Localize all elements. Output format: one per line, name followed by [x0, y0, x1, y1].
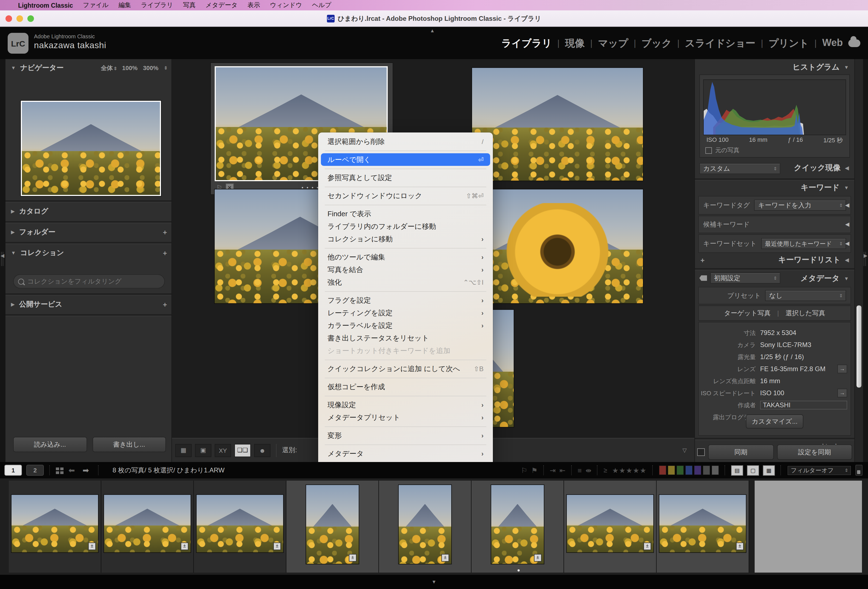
module-tab-3[interactable]: ブック [642, 37, 672, 50]
color-label-chip-4[interactable] [694, 465, 701, 475]
menubar-item-5[interactable]: メタデータ [201, 1, 243, 9]
target-photo-button[interactable]: ターゲット写真 [724, 308, 771, 318]
collapse-left-panel-icon[interactable]: ◀ [0, 253, 4, 258]
sidebar-item-catalog[interactable]: ▶ カタログ [11, 205, 167, 218]
navigator-zoom-stepper-icon[interactable]: ⇕ [164, 65, 167, 70]
metadata-value[interactable]: 1/25 秒 (ƒ / 16) [760, 352, 847, 362]
filmstrip-thumbnail[interactable]: ± [659, 495, 746, 552]
unflagged-icon[interactable]: ⚑ [531, 466, 537, 474]
module-tab-4[interactable]: スライドショー [685, 37, 756, 50]
videos-filter-icon[interactable]: ▦ [763, 465, 775, 476]
toolbar-options-icon[interactable]: ▽ [683, 447, 687, 453]
context-menu-item-14[interactable]: 強化⌃⌥⇧I [321, 276, 490, 289]
context-menu-item-26[interactable]: 現像設定› [321, 399, 490, 411]
photo-thumbnail[interactable] [472, 189, 643, 303]
sync-button[interactable]: 同期 [708, 445, 774, 460]
color-label-chip-5[interactable] [703, 465, 710, 475]
sync-checkbox[interactable] [697, 448, 705, 456]
navigator-fit-option[interactable]: 全体 ⇕ [101, 64, 117, 72]
color-label-chip-0[interactable] [659, 465, 666, 475]
adjustment-badge-icon[interactable]: ± [273, 542, 281, 550]
sync-settings-button[interactable]: 設定を同期 [777, 445, 852, 460]
context-menu-item-27[interactable]: メタデータプリセット› [321, 411, 490, 424]
collapse-right-panel-icon[interactable]: ▶ [864, 253, 868, 258]
metadata-action-icon[interactable]: → [837, 365, 847, 373]
context-menu-item-0[interactable]: 選択範囲から削除/ [321, 135, 490, 148]
next-photo-icon[interactable]: ➡ [83, 466, 89, 474]
keyword-tags-dropdown[interactable]: キーワードを入力⇕ [754, 200, 846, 211]
context-menu-item-6[interactable]: セカンドウィンドウにロック⇧⌘⏎ [321, 189, 490, 202]
adjustment-badge-icon[interactable]: ± [88, 542, 96, 550]
module-tab-6[interactable]: Web [822, 37, 843, 49]
keyword-set-dropdown[interactable]: 最近使用したキーワード⇕ [761, 238, 846, 249]
context-menu-item-31[interactable]: メタデータ› [321, 447, 490, 460]
star-rating-filter[interactable]: ★★★★★ [612, 466, 647, 474]
context-menu-item-13[interactable]: 写真を結合› [321, 263, 490, 276]
quick-develop-header[interactable]: クイック現像 ◀ [700, 163, 849, 173]
grid-view-shortcut-icon[interactable] [56, 466, 65, 474]
context-menu-item-12[interactable]: 他のツールで編集› [321, 251, 490, 263]
module-tab-0[interactable]: ライブラリ [501, 37, 552, 50]
context-menu-item-17[interactable]: レーティングを設定› [321, 306, 490, 319]
sidebar-item-collections[interactable]: ▼ コレクション + [11, 246, 167, 259]
context-menu-item-9[interactable]: ライブラリ内のフォルダーに移動 [321, 220, 490, 233]
filmstrip-cell-6[interactable]: ± [564, 481, 657, 573]
menubar-item-4[interactable]: 写真 [178, 1, 201, 9]
filmstrip-cell-5[interactable]: ± [471, 481, 564, 573]
filmstrip-thumbnail[interactable]: ± [104, 495, 190, 552]
flagged-filter-icon[interactable]: ⇥ [550, 466, 556, 474]
people-view-icon[interactable]: ☻ [254, 444, 270, 457]
previous-photo-icon[interactable]: ⬅ [68, 466, 75, 474]
edited-filter-icon[interactable]: ≡ [577, 466, 582, 474]
filmstrip-cell-1[interactable]: ± [101, 481, 194, 573]
filmstrip-thumbnail[interactable]: ± [491, 485, 544, 564]
photo-thumbnail[interactable] [472, 68, 643, 181]
rejected-filter-icon[interactable]: ⇤ [559, 466, 565, 474]
selected-photo-button[interactable]: 選択した写真 [785, 308, 825, 318]
module-tab-2[interactable]: マップ [598, 37, 629, 50]
menubar-item-6[interactable]: 表示 [243, 1, 265, 9]
import-button[interactable]: 読み込み... [13, 437, 87, 452]
add-collection-icon[interactable]: + [163, 249, 167, 257]
adjustment-badge-icon[interactable]: ± [736, 542, 744, 550]
sidebar-item-publish-services[interactable]: ▶ 公開サービス + [11, 298, 167, 311]
grid-view-icon[interactable]: ▦ [175, 444, 192, 457]
metadata-value[interactable]: 7952 x 5304 [760, 329, 847, 337]
color-label-chip-1[interactable] [667, 465, 675, 475]
metadata-action-icon[interactable]: → [837, 389, 847, 398]
master-photos-filter-icon[interactable]: ▤ [731, 465, 743, 476]
color-label-chip-2[interactable] [676, 465, 684, 475]
rating-operator[interactable]: ≥ [604, 466, 607, 474]
filter-toggle-switch[interactable] [855, 465, 862, 476]
metadata-preset-dropdown[interactable]: なし⇕ [765, 290, 846, 301]
filmstrip-thumbnail[interactable]: ± [196, 495, 283, 552]
adjustment-badge-icon[interactable]: ± [349, 554, 357, 562]
menubar-item-7[interactable]: ウィンドウ [265, 1, 307, 9]
metadata-value[interactable]: FE 16-35mm F2.8 GM [760, 365, 833, 373]
navigator-zoom-100[interactable]: 100% [122, 65, 137, 71]
keyword-list-header[interactable]: + キーワードリスト ◀ [700, 255, 849, 265]
context-menu-item-24[interactable]: 仮想コピーを作成 [321, 380, 490, 393]
filmstrip-cell-2[interactable]: ± [194, 481, 286, 573]
context-menu-item-29[interactable]: 変形› [321, 429, 490, 442]
metadata-value[interactable]: ISO 100 [760, 389, 833, 397]
color-label-chip-3[interactable] [685, 465, 693, 475]
survey-view-icon[interactable]: ❏❏ [235, 444, 251, 457]
add-publish-service-icon[interactable]: + [163, 300, 167, 308]
navigator-preview-image[interactable] [21, 101, 161, 196]
add-folder-icon[interactable]: + [163, 228, 167, 236]
unedited-filter-icon[interactable]: ⇼ [585, 466, 592, 474]
collapse-top-panel-icon[interactable]: ▲ [430, 28, 435, 33]
filmstrip-thumbnail[interactable]: ± [567, 495, 653, 552]
context-menu-item-19[interactable]: 書き出しステータスをリセット [321, 332, 490, 344]
pick-flag-icon[interactable]: ⚐ [521, 466, 527, 474]
export-button[interactable]: 書き出し... [92, 437, 166, 452]
menubar-item-8[interactable]: ヘルプ [307, 1, 336, 9]
navigator-header[interactable]: ▼ ナビゲーター 全体 ⇕ 100% 300% ⇕ [11, 62, 167, 74]
context-menu-item-4[interactable]: 参照写真として設定 [321, 171, 490, 184]
context-menu-item-16[interactable]: フラグを設定› [321, 294, 490, 306]
keywording-header[interactable]: キーワード ▼ [700, 183, 849, 193]
filmstrip-cell-0[interactable]: ± [9, 481, 101, 573]
context-menu-item-10[interactable]: コレクションに移動› [321, 233, 490, 245]
menubar-item-2[interactable]: 編集 [114, 1, 136, 9]
